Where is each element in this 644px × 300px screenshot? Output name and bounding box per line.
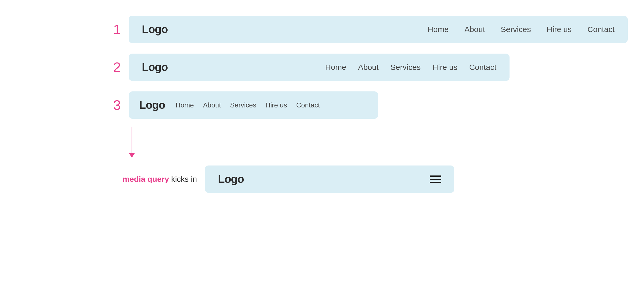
nav-about-2[interactable]: About — [358, 63, 378, 72]
hamburger-line-2 — [430, 179, 441, 180]
arrow-head — [129, 153, 135, 158]
example-number-3: 3 — [100, 97, 121, 113]
nav-hireus-2[interactable]: Hire us — [433, 63, 458, 72]
navbar-3: Logo Home About Services Hire us Contact — [129, 91, 378, 119]
logo-1: Logo — [142, 23, 168, 36]
nav-home-2[interactable]: Home — [325, 63, 346, 72]
logo-3: Logo — [139, 99, 165, 111]
nav-contact-3[interactable]: Contact — [296, 101, 320, 109]
nav-services-2[interactable]: Services — [391, 63, 421, 72]
logo-2: Logo — [142, 61, 168, 74]
example-number-2: 2 — [100, 59, 121, 75]
example-row-3: 3 Logo Home About Services Hire us Conta… — [100, 91, 644, 119]
navbar-2: Logo Home About Services Hire us Contact — [129, 54, 510, 81]
nav-home-1[interactable]: Home — [428, 25, 449, 34]
example-number-1: 1 — [100, 22, 121, 37]
example-row-2: 2 Logo Home About Services Hire us Conta… — [100, 54, 644, 81]
nav-contact-1[interactable]: Contact — [588, 25, 615, 34]
nav-services-1[interactable]: Services — [501, 25, 531, 34]
media-query-row: media query kicks in Logo — [100, 165, 644, 193]
navbar-4: Logo — [205, 165, 454, 193]
nav-home-3[interactable]: Home — [176, 101, 194, 109]
nav-hireus-1[interactable]: Hire us — [547, 25, 572, 34]
nav-contact-2[interactable]: Contact — [469, 63, 496, 72]
nav-hireus-3[interactable]: Hire us — [266, 101, 287, 109]
logo-4: Logo — [218, 173, 244, 185]
nav-about-1[interactable]: About — [464, 25, 485, 34]
nav-links-3: Home About Services Hire us Contact — [176, 101, 320, 109]
media-query-label: media query kicks in — [100, 175, 197, 184]
page-container: 1 Logo Home About Services Hire us Conta… — [0, 0, 644, 209]
hamburger-line-1 — [430, 175, 441, 177]
hamburger-line-3 — [430, 182, 441, 183]
arrow-section — [129, 127, 135, 158]
nav-links-1: Home About Services Hire us Contact — [428, 25, 615, 34]
example-row-1: 1 Logo Home About Services Hire us Conta… — [100, 16, 644, 43]
nav-about-3[interactable]: About — [203, 101, 221, 109]
arrow-line — [132, 127, 132, 153]
hamburger-button[interactable] — [430, 175, 441, 183]
navbar-1: Logo Home About Services Hire us Contact — [129, 16, 628, 43]
media-query-highlight: media query — [123, 175, 169, 183]
nav-links-2: Home About Services Hire us Contact — [325, 63, 496, 72]
nav-services-3[interactable]: Services — [230, 101, 256, 109]
media-query-normal: kicks in — [169, 175, 197, 183]
